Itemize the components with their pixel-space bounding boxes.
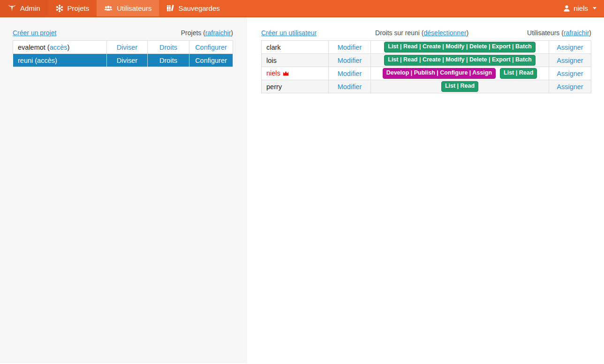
user-name-text: lois bbox=[266, 57, 277, 64]
nav-item-utilisateurs[interactable]: Utilisateurs bbox=[97, 0, 159, 16]
navbar-spacer bbox=[227, 0, 556, 16]
rights-badge: Develop | Publish | Configure | Assign bbox=[383, 68, 496, 79]
users-header-suffix: ) bbox=[589, 29, 591, 37]
rights-badge: List | Read bbox=[441, 81, 478, 92]
projects-panel-header: Créer un projet Projets (rafraichir) bbox=[13, 29, 233, 37]
project-divide-button[interactable]: Diviser bbox=[107, 54, 148, 67]
project-divide-button[interactable]: Diviser bbox=[107, 41, 148, 54]
rights-badge: List | Read | Create | Modify | Delete |… bbox=[384, 55, 535, 66]
projects-panel: Créer un projet Projets (rafraichir) eva… bbox=[0, 17, 247, 363]
users-panel: Créer un utilisateur Droits sur reuni (d… bbox=[247, 17, 604, 363]
user-assign-label: Assigner bbox=[557, 57, 583, 64]
user-rights-cell: List | Read | Create | Modify | Delete |… bbox=[371, 54, 549, 67]
user-modify-label: Modifier bbox=[338, 83, 362, 91]
users-refresh-group: Utilisateurs (rafraichir) bbox=[527, 29, 591, 37]
user-name-text: perry bbox=[266, 83, 282, 91]
user-assign-label: Assigner bbox=[557, 83, 583, 91]
nav-brand-admin[interactable]: Admin bbox=[0, 0, 48, 16]
user-rights-cell: Develop | Publish | Configure | Assign L… bbox=[371, 67, 549, 80]
create-user-link[interactable]: Créer un utilisateur bbox=[261, 29, 317, 37]
project-name-suffix: ) bbox=[68, 44, 70, 51]
users-icon bbox=[104, 5, 113, 12]
rights-header-suffix: ) bbox=[467, 29, 469, 37]
user-modify-button[interactable]: Modifier bbox=[329, 54, 371, 67]
nav-brand-label: Admin bbox=[20, 4, 40, 12]
user-modify-label: Modifier bbox=[338, 57, 362, 64]
nav-item-projets[interactable]: Projets bbox=[48, 0, 97, 16]
bird-icon bbox=[8, 5, 16, 12]
projects-table: evalemot (accès) Diviser Droits Configur… bbox=[13, 40, 233, 67]
user-modify-label: Modifier bbox=[338, 44, 362, 51]
project-name: evalemot (accès) bbox=[13, 41, 107, 54]
chevron-down-icon bbox=[593, 7, 596, 9]
user-assign-button[interactable]: Assigner bbox=[549, 54, 591, 67]
user-modify-button[interactable]: Modifier bbox=[329, 41, 371, 54]
project-access-link[interactable]: accès bbox=[50, 44, 68, 51]
top-navbar: Admin Projets Utilisateurs bbox=[0, 0, 604, 17]
project-configure-button[interactable]: Configurer bbox=[189, 41, 233, 54]
projects-refresh-group: Projets (rafraichir) bbox=[181, 29, 233, 37]
project-rights-button[interactable]: Droits bbox=[148, 41, 189, 54]
rights-badge: List | Read | Create | Modify | Delete |… bbox=[384, 42, 535, 53]
user-name: niels bbox=[262, 67, 329, 80]
user-modify-button[interactable]: Modifier bbox=[329, 80, 371, 93]
project-row-evalemot: evalemot (accès) Diviser Droits Configur… bbox=[13, 41, 233, 54]
project-configure-label: Configurer bbox=[195, 57, 227, 64]
project-configure-button[interactable]: Configurer bbox=[189, 54, 233, 67]
crown-icon bbox=[283, 70, 289, 77]
project-name-suffix: ) bbox=[55, 57, 57, 64]
rights-badge: List | Read bbox=[500, 68, 537, 79]
user-name: lois bbox=[262, 54, 329, 67]
project-name: reuni (accès) bbox=[13, 54, 107, 67]
user-modify-button[interactable]: Modifier bbox=[329, 67, 371, 80]
user-row-niels: niels Modifier Develop | Publish | Confi… bbox=[262, 67, 591, 80]
user-assign-label: Assigner bbox=[557, 70, 583, 77]
user-row-perry: perry Modifier List | Read Assigner bbox=[262, 80, 591, 93]
user-name: clark bbox=[262, 41, 329, 54]
nav-item-label: Utilisateurs bbox=[117, 4, 151, 12]
users-panel-header: Créer un utilisateur Droits sur reuni (d… bbox=[261, 29, 591, 37]
user-rights-cell: List | Read | Create | Modify | Delete |… bbox=[371, 41, 549, 54]
project-divide-label: Diviser bbox=[117, 57, 137, 64]
create-project-link[interactable]: Créer un projet bbox=[13, 29, 56, 37]
user-row-lois: lois Modifier List | Read | Create | Mod… bbox=[262, 54, 591, 67]
project-name-text: reuni ( bbox=[18, 57, 37, 64]
user-menu[interactable]: niels bbox=[556, 0, 604, 16]
project-divide-label: Diviser bbox=[117, 44, 137, 51]
users-header-text: Utilisateurs ( bbox=[527, 29, 564, 37]
user-assign-label: Assigner bbox=[557, 44, 583, 51]
projects-header-text: Projets ( bbox=[181, 29, 205, 37]
user-assign-button[interactable]: Assigner bbox=[549, 41, 591, 54]
project-rights-button[interactable]: Droits bbox=[148, 54, 189, 67]
project-configure-label: Configurer bbox=[195, 44, 227, 51]
user-row-clark: clark Modifier List | Read | Create | Mo… bbox=[262, 41, 591, 54]
person-icon bbox=[564, 5, 570, 12]
user-rights-cell: List | Read bbox=[371, 80, 549, 93]
user-modify-label: Modifier bbox=[338, 70, 362, 77]
main-content: Créer un projet Projets (rafraichir) eva… bbox=[0, 17, 604, 363]
projects-header-suffix: ) bbox=[231, 29, 233, 37]
project-name-text: evalemot ( bbox=[18, 44, 50, 51]
network-nodes-icon bbox=[56, 5, 63, 12]
rights-header-text: Droits sur reuni ( bbox=[375, 29, 423, 37]
users-table: clark Modifier List | Read | Create | Mo… bbox=[261, 40, 591, 93]
project-rights-label: Droits bbox=[159, 57, 177, 64]
project-row-reuni-selected: reuni (accès) Diviser Droits Configurer bbox=[13, 54, 233, 67]
user-name-text: niels bbox=[266, 69, 280, 77]
nav-item-label: Projets bbox=[68, 4, 90, 12]
projects-refresh-link[interactable]: rafraichir bbox=[205, 29, 231, 37]
user-name: perry bbox=[262, 80, 329, 93]
user-assign-button[interactable]: Assigner bbox=[549, 80, 591, 93]
deselect-link[interactable]: déselectionner bbox=[424, 29, 467, 37]
rights-header-group: Droits sur reuni (déselectionner) bbox=[375, 29, 468, 37]
nav-item-sauvegardes[interactable]: Sauvegardes bbox=[159, 0, 227, 16]
books-icon bbox=[166, 5, 174, 12]
nav-item-label: Sauvegardes bbox=[178, 4, 219, 12]
project-access-link[interactable]: accès bbox=[37, 57, 55, 64]
user-menu-name: niels bbox=[574, 4, 588, 12]
user-name-text: clark bbox=[266, 44, 281, 51]
users-refresh-link[interactable]: rafraichir bbox=[564, 29, 589, 37]
project-rights-label: Droits bbox=[159, 44, 177, 51]
user-assign-button[interactable]: Assigner bbox=[549, 67, 591, 80]
